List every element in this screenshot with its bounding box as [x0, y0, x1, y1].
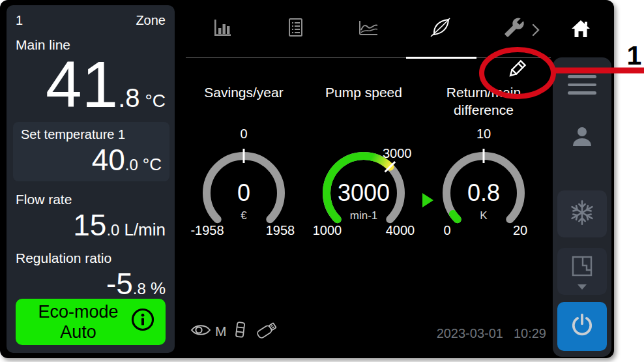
- gauge-tick-label: 0: [195, 127, 293, 141]
- home-button[interactable]: [554, 5, 607, 55]
- gauge-tick-label: 10: [435, 127, 533, 141]
- flow-rate-value: 15 .0 L/min: [16, 210, 166, 240]
- tab-bar-chart[interactable]: [186, 0, 259, 57]
- tab-eco[interactable]: [405, 0, 478, 57]
- svg-text:0.8: 0.8: [467, 179, 500, 206]
- tab-report[interactable]: [259, 0, 332, 57]
- info-icon[interactable]: [130, 307, 155, 337]
- snowflake-icon: [568, 199, 596, 229]
- right-rail: [553, 0, 614, 358]
- person-icon: [569, 141, 595, 152]
- main-temp-unit: °C: [145, 91, 166, 112]
- gauge-title: Savings/year: [204, 83, 283, 127]
- set-temp-fraction: .0: [125, 157, 138, 173]
- regulation-unit: %: [151, 280, 166, 297]
- regulation-ratio-label: Regulation ratio: [16, 250, 166, 266]
- zone-panel: 1 Zone Main line 41 .8 °C Set temperatur…: [7, 5, 175, 353]
- module-icon: [235, 321, 246, 342]
- svg-text:3000: 3000: [338, 179, 390, 206]
- savings-gauge: 0 -1958 1958 0€: [195, 127, 293, 241]
- tab-trend-chart[interactable]: [332, 0, 405, 57]
- svg-text:min-1: min-1: [350, 209, 378, 222]
- user-button[interactable]: [569, 124, 595, 153]
- gauge-return-difference: Return/main difference 10 0 20 0.8K: [424, 78, 544, 241]
- set-temp-unit: °C: [143, 156, 162, 173]
- eye-icon: [190, 322, 211, 340]
- regulation-fraction: .8: [133, 281, 146, 297]
- timestamp-date: 2023-03-01: [437, 326, 503, 341]
- set-temperature-value: 40 .0 °C: [21, 145, 162, 175]
- main-content: Savings/year 0 -1958 1958 0€ Pump speed …: [176, 0, 553, 358]
- set-temp-integer: 40: [92, 145, 125, 175]
- eco-mode-label: Eco-mode Auto: [26, 302, 130, 342]
- tab-bar: [186, 0, 551, 58]
- zone-label: Zone: [136, 13, 166, 28]
- gauge-savings: Savings/year 0 -1958 1958 0€: [184, 78, 304, 241]
- timestamp-time: 10:29: [514, 326, 546, 341]
- home-icon: [569, 18, 593, 42]
- report-icon: [285, 17, 305, 40]
- flow-rate-fraction: .0: [106, 222, 119, 238]
- main-line-temperature: 41 .8 °C: [16, 54, 166, 114]
- usb-stick-icon: [254, 320, 280, 342]
- flow-rate-label: Flow rate: [16, 192, 166, 207]
- leaf-eco-icon: [428, 14, 454, 43]
- device-screen: 1 Zone Main line 41 .8 °C Set temperatur…: [0, 0, 614, 358]
- mode-letter: M: [215, 324, 227, 339]
- regulation-ratio-value: -5 .8 %: [16, 269, 166, 299]
- power-button[interactable]: [557, 302, 607, 351]
- zones-button[interactable]: [557, 248, 607, 295]
- svg-text:€: €: [241, 209, 247, 222]
- floor-plan-icon: [569, 254, 595, 282]
- gauges-row: Savings/year 0 -1958 1958 0€ Pump speed …: [184, 78, 544, 241]
- gauge-pump-speed: Pump speed 3000 1000 4000 3000min-1: [304, 78, 424, 241]
- gauge-title: Return/main difference: [424, 83, 544, 127]
- main-temp-integer: 41: [46, 54, 118, 114]
- main-temp-fraction: .8: [118, 83, 139, 113]
- power-icon: [569, 312, 595, 341]
- pump-speed-gauge: 3000 1000 4000 3000min-1: [315, 127, 413, 241]
- wrench-settings-icon: [504, 17, 525, 40]
- gauge-title: Pump speed: [325, 83, 402, 127]
- eco-mode-button[interactable]: Eco-mode Auto: [16, 299, 166, 345]
- trend-chart-icon: [357, 17, 379, 40]
- frost-protection-button[interactable]: [557, 190, 607, 237]
- regulation-integer: -5: [106, 269, 133, 299]
- svg-text:0: 0: [237, 179, 250, 206]
- annotation-callout-label: 1: [619, 40, 644, 71]
- return-difference-gauge: 10 0 20 0.8K: [435, 127, 533, 241]
- rail-card: [553, 57, 611, 357]
- gauge-pointer-icon: [422, 193, 433, 207]
- set-temperature-label: Set temperature 1: [21, 127, 162, 142]
- flow-rate-unit: L/min: [124, 221, 166, 238]
- bar-chart-icon: [212, 17, 233, 40]
- status-icons: M: [190, 320, 280, 342]
- zone-panel-header: 1 Zone: [16, 13, 166, 28]
- flow-rate-integer: 15: [73, 210, 106, 240]
- zone-number: 1: [16, 13, 23, 28]
- timestamp: 2023-03-01 10:29: [437, 326, 546, 341]
- chevron-down-icon: [578, 284, 587, 290]
- svg-text:K: K: [480, 209, 488, 222]
- chevron-right-icon: [531, 28, 540, 39]
- set-temperature-box[interactable]: Set temperature 1 40 .0 °C: [13, 122, 169, 181]
- more-tabs-button[interactable]: [531, 23, 540, 40]
- menu-button[interactable]: [568, 75, 596, 100]
